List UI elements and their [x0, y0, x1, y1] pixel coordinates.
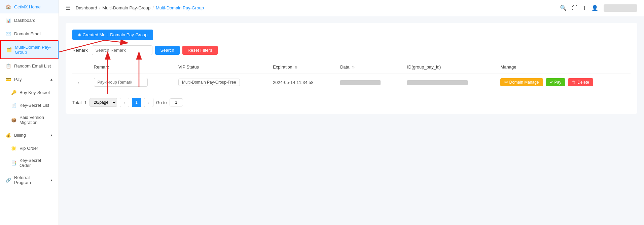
breadcrumb-sep-1: / — [99, 5, 101, 10]
row-expiration-cell: 2024-05-14 11:34:58 — [267, 74, 335, 91]
user-avatar — [604, 4, 637, 12]
text-size-icon[interactable]: T — [583, 5, 586, 11]
pay-button[interactable]: ✔ Pay — [546, 78, 566, 86]
pay-icon-btn: ✔ — [550, 80, 553, 85]
sidebar-item-domain-email[interactable]: ✉️ Domain Email — [0, 27, 59, 40]
filter-bar: Remark Search Reset Filters — [72, 45, 631, 55]
content-card: ⊕ Created Multi-Domain Pay-Group Remark … — [66, 23, 637, 114]
action-buttons: ✉ Domain Manage ✔ Pay 🗑 Delete — [500, 78, 625, 86]
table-header-row: Remark VIP Status Expiration ⇅ Data ⇅ — [72, 60, 631, 74]
pagination: Total 1 20/page ‹ 1 › Go to — [72, 98, 631, 107]
sidebar-label-getmx-home: GetMX Home — [14, 4, 41, 9]
table-body: › Multi-Domain Pay-Group-Free 2024-05-14… — [72, 74, 631, 91]
sidebar-label-buy-key: Buy Key-Secret — [20, 90, 50, 95]
breadcrumb-current: Multi-Domain Pay-Group — [156, 5, 204, 10]
col-vip-status: VIP Status — [173, 60, 267, 74]
key-icon: 🔑 — [11, 89, 17, 95]
envelope-icon: ✉ — [504, 80, 508, 85]
menu-icon[interactable]: ☰ — [66, 5, 70, 11]
search-header-icon[interactable]: 🔍 — [560, 5, 567, 11]
sidebar-label-random-email: Random Email List — [14, 63, 51, 69]
expand-row-icon[interactable]: › — [78, 80, 79, 85]
sidebar-item-paid-version-migration[interactable]: 📦 Paid Version Migration — [0, 111, 59, 128]
referral-icon: 🔗 — [5, 177, 11, 183]
row-remark-cell — [88, 74, 173, 91]
top-bar: ⊕ Created Multi-Domain Pay-Group — [72, 30, 631, 40]
migration-icon: 📦 — [11, 117, 17, 123]
sidebar-label-migration: Paid Version Migration — [20, 115, 53, 125]
row-id-cell — [402, 74, 495, 91]
total-label: Total — [72, 100, 81, 105]
sidebar-item-buy-key-secret[interactable]: 🔑 Buy Key-Secret — [0, 86, 59, 99]
sidebar-label-referral: Referral Program — [14, 175, 47, 185]
breadcrumb-multi-domain[interactable]: Multi-Domain Pay-Group — [102, 5, 150, 10]
sidebar-label-domain-email: Domain Email — [14, 31, 41, 36]
sidebar-item-key-secret-order[interactable]: 📑 Key-Secret Order — [0, 154, 59, 171]
search-button[interactable]: Search — [155, 46, 180, 55]
header-left: ☰ Dashboard / Multi-Domain Pay-Group / M… — [66, 5, 204, 11]
sidebar-item-key-secret-list[interactable]: 📄 Key-Secret List — [0, 99, 59, 111]
row-manage-cell: ✉ Domain Manage ✔ Pay 🗑 Delete — [495, 74, 631, 91]
data-table: Remark VIP Status Expiration ⇅ Data ⇅ — [72, 60, 631, 91]
col-remark: Remark — [88, 60, 173, 74]
page-1-button[interactable]: 1 — [132, 98, 141, 107]
multi-domain-icon: 🗂️ — [6, 47, 12, 53]
next-page-button[interactable]: › — [144, 98, 153, 107]
row-vip-cell: Multi-Domain Pay-Group-Free — [173, 74, 267, 91]
main-area: ☰ Dashboard / Multi-Domain Pay-Group / M… — [59, 0, 644, 225]
row-remark-input[interactable] — [94, 78, 148, 87]
delete-button[interactable]: 🗑 Delete — [568, 78, 593, 86]
sidebar-section-pay[interactable]: 💳 Pay ▲ — [0, 73, 59, 86]
create-button[interactable]: ⊕ Created Multi-Domain Pay-Group — [72, 30, 153, 40]
sidebar-item-random-email-list[interactable]: 📋 Random Email List — [0, 59, 59, 73]
sidebar-label-pay: Pay — [14, 77, 22, 82]
row-data-cell — [335, 74, 402, 91]
remark-input[interactable] — [92, 45, 152, 55]
home-icon: 🏠 — [5, 4, 11, 10]
chevron-up-billing-icon: ▲ — [50, 133, 53, 137]
sidebar-label-key-list: Key-Secret List — [20, 103, 49, 108]
col-manage: Manage — [495, 60, 631, 74]
sidebar-label-billing: Billing — [14, 133, 26, 138]
content-area: ⊕ Created Multi-Domain Pay-Group Remark … — [59, 16, 644, 225]
domain-manage-button[interactable]: ✉ Domain Manage — [500, 78, 543, 86]
row-expand-cell: › — [72, 74, 88, 91]
user-avatar-icon[interactable]: 👤 — [592, 5, 598, 11]
sidebar-label-multi-domain: Multi-Domain Pay-Group — [15, 45, 52, 55]
col-data: Data ⇅ — [335, 60, 402, 74]
sidebar-item-getmx-home[interactable]: 🏠 GetMX Home — [0, 0, 59, 13]
header: ☰ Dashboard / Multi-Domain Pay-Group / M… — [59, 0, 644, 16]
dashboard-icon: 📊 — [5, 17, 11, 23]
sort-data-icon[interactable]: ⇅ — [352, 65, 355, 69]
sort-expiration-icon[interactable]: ⇅ — [295, 65, 297, 69]
expand-icon[interactable]: ⛶ — [572, 5, 577, 11]
reset-button[interactable]: Reset Filters — [182, 46, 218, 55]
breadcrumb: Dashboard / Multi-Domain Pay-Group / Mul… — [76, 5, 204, 10]
trash-icon: 🗑 — [572, 80, 576, 85]
vip-status-badge: Multi-Domain Pay-Group-Free — [178, 79, 240, 86]
prev-page-button[interactable]: ‹ — [120, 98, 129, 107]
sidebar-label-dashboard: Dashboard — [14, 18, 36, 23]
sidebar-section-billing[interactable]: 💰 Billing ▲ — [0, 128, 59, 142]
chevron-up-referral-icon: ▲ — [50, 178, 53, 182]
random-email-icon: 📋 — [5, 63, 11, 69]
data-value — [340, 80, 381, 85]
col-id: ID(group_pay_id) — [402, 60, 495, 74]
key-list-icon: 📄 — [11, 102, 17, 108]
sidebar-item-vip-order[interactable]: 🌟 Vip Order — [0, 142, 59, 154]
table-row: › Multi-Domain Pay-Group-Free 2024-05-14… — [72, 74, 631, 91]
breadcrumb-dashboard[interactable]: Dashboard — [76, 5, 97, 10]
table-header: Remark VIP Status Expiration ⇅ Data ⇅ — [72, 60, 631, 74]
sidebar-item-dashboard[interactable]: 📊 Dashboard — [0, 13, 59, 27]
breadcrumb-sep-2: / — [152, 5, 154, 10]
goto-input[interactable] — [170, 98, 183, 106]
page-size-select[interactable]: 20/page — [90, 98, 117, 107]
id-value — [407, 80, 468, 85]
sidebar-item-multi-domain-pay-group[interactable]: 🗂️ Multi-Domain Pay-Group — [0, 40, 59, 59]
col-expand — [72, 60, 88, 74]
email-icon: ✉️ — [5, 31, 11, 37]
sidebar: 🏠 GetMX Home 📊 Dashboard ✉️ Domain Email… — [0, 0, 59, 225]
pay-icon: 💳 — [5, 76, 11, 82]
sidebar-section-referral[interactable]: 🔗 Referral Program ▲ — [0, 171, 59, 189]
col-expiration: Expiration ⇅ — [267, 60, 335, 74]
